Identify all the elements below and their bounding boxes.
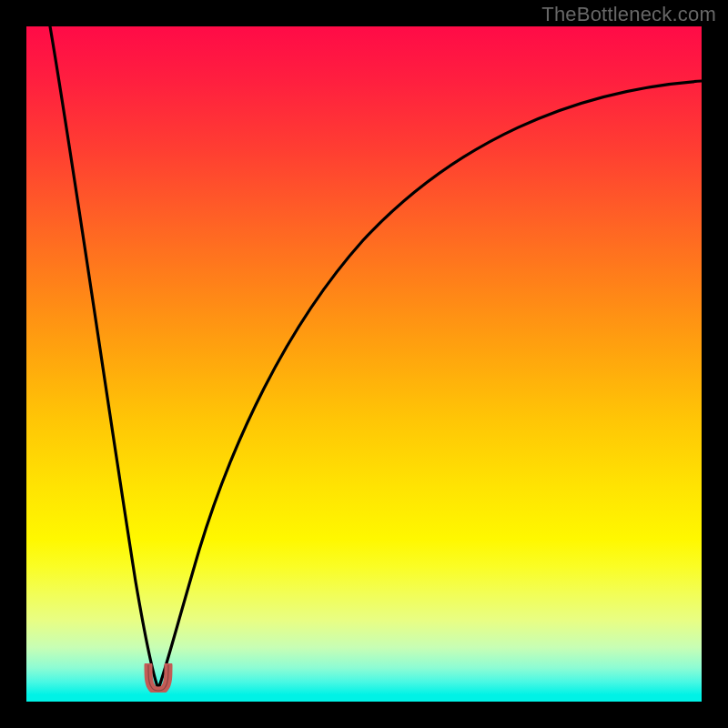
optimal-marker [144, 663, 173, 693]
chart-background-gradient [26, 26, 702, 702]
watermark: TheBottleneck.com [541, 3, 716, 26]
chart-area [26, 26, 702, 702]
